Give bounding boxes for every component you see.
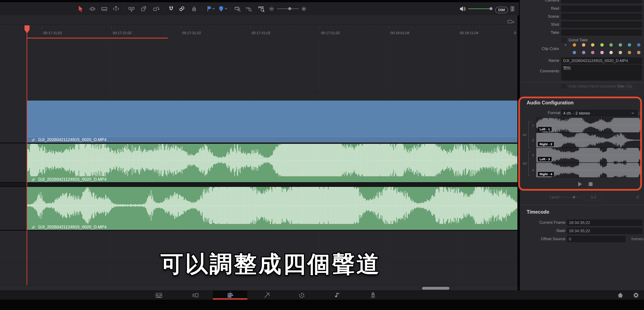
audio-clip-1[interactable]: DJI_20260421124915_0020_D.MP4	[27, 144, 518, 182]
ruler-tick	[285, 25, 285, 27]
clip-color-swatch[interactable]	[573, 43, 576, 47]
full-extent-zoom-button[interactable]	[234, 5, 242, 13]
selection-mode-tool[interactable]	[76, 5, 84, 13]
level-slider[interactable]	[557, 197, 580, 197]
volume-slider-knob[interactable]	[490, 7, 492, 10]
clip-color-swatch[interactable]	[637, 43, 640, 47]
flag-dropdown-chevron[interactable]	[212, 5, 216, 13]
clip-color-swatch[interactable]	[610, 51, 613, 54]
nav-media-icon[interactable]	[155, 292, 163, 299]
level-value-field[interactable]: 0.0	[584, 194, 603, 200]
ruler-tick	[507, 25, 508, 27]
snapping-toggle[interactable]	[167, 5, 175, 13]
overwrite-clip-button[interactable]	[140, 5, 148, 13]
track-group-bracket	[528, 151, 530, 175]
clip-color-swatch[interactable]	[582, 43, 585, 47]
format-dropdown[interactable]: 4 ch. - 2 stereo	[561, 110, 638, 116]
clip-color-clear-button[interactable]: ×	[564, 43, 567, 47]
preview-stop-button[interactable]	[589, 182, 592, 186]
reel-field[interactable]	[561, 6, 642, 12]
ruler-timecode: 00:17:11;02	[43, 31, 62, 35]
burned-in-subtitle: 可以調整成四個聲道	[160, 249, 381, 280]
shot-field[interactable]	[561, 21, 642, 28]
clip-color-swatch[interactable]	[582, 51, 585, 54]
replace-clip-button[interactable]	[152, 5, 160, 13]
custom-zoom-button[interactable]	[258, 5, 265, 13]
timeline-zoom-slider[interactable]	[277, 8, 299, 9]
ruler-tick	[396, 25, 396, 27]
trim-edit-mode-tool[interactable]	[88, 5, 96, 13]
clip-color-swatch[interactable]	[600, 51, 604, 54]
zoom-out-button[interactable]	[268, 5, 275, 13]
dim-button[interactable]: DIM	[495, 7, 508, 13]
preview-play-button[interactable]	[578, 182, 582, 186]
speaker-icon[interactable]	[459, 5, 467, 13]
ruler-tick	[66, 25, 67, 27]
timeline-scrollbar-track[interactable]	[0, 285, 518, 290]
position-lock-toggle[interactable]	[190, 5, 198, 13]
blade-edit-mode-tool[interactable]	[100, 5, 108, 13]
settings-gear-icon[interactable]	[632, 292, 640, 299]
slate-field[interactable]: 18:34:35;22	[567, 228, 642, 234]
audio-clip-2[interactable]: DJI_20260421124915_0020_D.MP4	[27, 187, 518, 230]
clip-color-swatch[interactable]	[637, 51, 640, 54]
clip-color-swatch[interactable]	[573, 51, 576, 54]
timeline-zoom-slider-knob[interactable]	[288, 7, 291, 10]
clip-color-swatch[interactable]	[628, 51, 631, 54]
take-field[interactable]	[561, 29, 642, 36]
ruler-tick	[316, 25, 316, 27]
level-reset-icon[interactable]: ↺	[636, 195, 639, 200]
clip-color-swatch[interactable]	[610, 43, 613, 47]
name-field[interactable]: DJI_20260421124915_0020_D.MP4	[561, 57, 642, 64]
insert-clip-button[interactable]	[128, 5, 135, 13]
clip-color-swatch[interactable]	[600, 43, 604, 47]
clip-color-swatch[interactable]	[591, 43, 594, 47]
timeline-options-icon[interactable]	[507, 19, 515, 25]
comments-field[interactable]: 雙軌	[561, 65, 642, 80]
link-clips-toggle[interactable]	[178, 5, 186, 13]
offset-source-field[interactable]: 0	[567, 236, 626, 242]
ruler-tick	[514, 25, 514, 27]
clip-color-swatch[interactable]	[619, 43, 622, 47]
timeline-scrollbar-thumb[interactable]	[422, 286, 450, 290]
nav-fusion-icon[interactable]	[263, 292, 271, 299]
nav-edit-icon[interactable]	[226, 292, 234, 299]
dynamic-trim-mode-tool[interactable]	[112, 5, 120, 13]
zoom-in-button[interactable]	[300, 5, 308, 13]
nav-cut-icon[interactable]	[192, 292, 199, 299]
nav-deliver-icon[interactable]	[369, 292, 377, 299]
marker-dropdown-chevron[interactable]	[224, 5, 228, 13]
ruler-tick	[167, 25, 167, 27]
ruler-tick	[178, 25, 178, 27]
auto-select-checkbox[interactable]	[561, 84, 566, 89]
level-slider-knob[interactable]	[573, 196, 575, 198]
camera-field[interactable]	[561, 0, 642, 3]
home-icon[interactable]	[616, 292, 624, 299]
ruler-tick	[52, 25, 53, 27]
clip-color-swatch[interactable]	[591, 51, 594, 54]
playhead-line[interactable]	[26, 33, 27, 285]
channel-strip-1[interactable]: Left - 1	[536, 118, 641, 133]
current-frame-field[interactable]: 18:34:35;22	[567, 220, 642, 226]
clip-color-swatch[interactable]	[619, 51, 622, 54]
channel-strip-3[interactable]: Left - 3	[536, 148, 641, 163]
video-clip[interactable]: DJI_20260421124915_0020_D.MP4	[27, 101, 518, 143]
detail-zoom-button[interactable]	[245, 5, 253, 13]
good-take-checkbox[interactable]	[561, 38, 566, 43]
channel-number: 4	[530, 168, 534, 172]
volume-slider[interactable]	[468, 8, 492, 9]
ruler-tick	[42, 25, 42, 28]
nav-color-icon[interactable]	[298, 292, 306, 299]
scene-field[interactable]	[561, 13, 642, 20]
channel-strip-2[interactable]: Right - 2	[536, 133, 641, 148]
clip-color-swatch[interactable]	[628, 43, 631, 47]
ruler-timecode: 00:18:01;04	[390, 31, 409, 35]
mixer-icon[interactable]	[508, 5, 516, 13]
ruler-tick	[306, 25, 306, 27]
nav-fairlight-icon[interactable]	[334, 292, 341, 299]
channel-strip-4[interactable]: Right - 4	[536, 163, 641, 178]
take-label: Take	[551, 30, 559, 35]
format-reset-icon[interactable]: ↺	[638, 110, 642, 116]
link-icon	[32, 226, 35, 229]
next-clip-button[interactable]: Next Clip	[613, 83, 636, 89]
